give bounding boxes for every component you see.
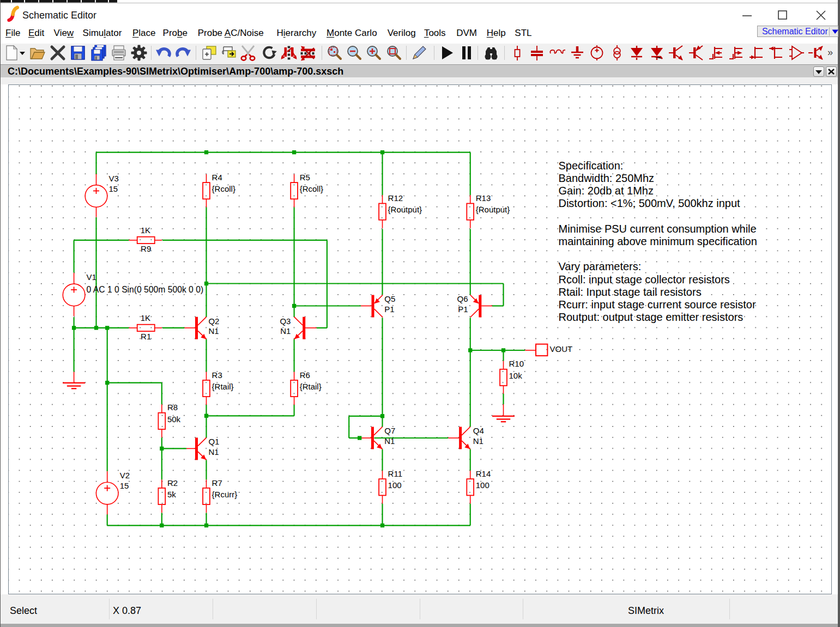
svg-text:R4: R4 <box>212 173 222 182</box>
svg-text:Bandwidth: 250Mhz: Bandwidth: 250Mhz <box>558 172 654 184</box>
svg-text:{Routput}: {Routput} <box>476 205 510 215</box>
svg-text:Gain: 20db at 1Mhz: Gain: 20db at 1Mhz <box>558 185 653 197</box>
svg-text:R1: R1 <box>141 332 151 342</box>
svg-text:1K: 1K <box>141 314 150 323</box>
svg-text:Routput: output stage emitter: Routput: output stage emitter resistors <box>558 312 743 324</box>
svg-text:{Rcoll}: {Rcoll} <box>212 184 235 193</box>
svg-text:N1: N1 <box>208 326 219 336</box>
svg-text:R9: R9 <box>141 244 151 253</box>
svg-text:Q3: Q3 <box>280 316 291 326</box>
svg-text:V2: V2 <box>120 471 130 480</box>
svg-text:N1: N1 <box>384 436 395 446</box>
svg-text:R3: R3 <box>212 370 222 380</box>
svg-text:{Rtail}: {Rtail} <box>300 382 322 391</box>
svg-text:N1: N1 <box>280 326 291 336</box>
svg-text:N1: N1 <box>208 447 219 456</box>
svg-text:Q5: Q5 <box>384 295 395 304</box>
svg-text:R6: R6 <box>300 370 310 380</box>
svg-text:R14: R14 <box>476 469 491 478</box>
svg-text:100: 100 <box>388 480 402 490</box>
svg-text:R5: R5 <box>300 173 310 182</box>
svg-text:{Rtail}: {Rtail} <box>212 382 234 391</box>
svg-text:100: 100 <box>476 480 490 490</box>
svg-text:R10: R10 <box>509 360 524 369</box>
svg-text:50k: 50k <box>167 415 181 424</box>
svg-text:R7: R7 <box>212 478 222 488</box>
svg-text:{Rcurr}: {Rcurr} <box>212 490 238 499</box>
svg-text:R13: R13 <box>476 194 491 203</box>
svg-text:Q6: Q6 <box>457 295 468 304</box>
svg-text:P1: P1 <box>384 305 394 314</box>
svg-text:15: 15 <box>109 184 118 193</box>
svg-text:Rcoll: input stage collector r: Rcoll: input stage collector resistors <box>558 273 729 285</box>
svg-text:10k: 10k <box>509 371 522 380</box>
svg-text:15: 15 <box>120 482 129 491</box>
svg-text:R8: R8 <box>167 403 178 412</box>
svg-text:{Rcoll}: {Rcoll} <box>300 184 323 193</box>
svg-text:Q4: Q4 <box>473 427 484 436</box>
svg-text:Distortion: <1%; 500mV, 500khz: Distortion: <1%; 500mV, 500khz input <box>558 198 740 210</box>
svg-text:{Routput}: {Routput} <box>388 205 422 215</box>
svg-text:R11: R11 <box>388 469 402 478</box>
svg-text:maintaining above minimum spec: maintaining above minimum specification <box>558 235 757 247</box>
svg-text:P1: P1 <box>458 305 468 314</box>
svg-text:Rcurr: input stage current sou: Rcurr: input stage current source resist… <box>558 299 756 311</box>
svg-text:Rtail: Input stage tail resist: Rtail: Input stage tail resistors <box>558 286 701 298</box>
svg-text:R12: R12 <box>388 194 403 203</box>
svg-text:Minimise PSU current consumpti: Minimise PSU current consumption while <box>558 223 756 235</box>
svg-text:1K: 1K <box>141 226 150 235</box>
svg-text:0 AC 1 0 Sin(0 500m 500k 0 0): 0 AC 1 0 Sin(0 500m 500k 0 0) <box>87 285 204 294</box>
svg-text:Q1: Q1 <box>208 437 219 447</box>
svg-text:Vary parameters:: Vary parameters: <box>558 261 641 273</box>
svg-text:Q2: Q2 <box>208 316 219 326</box>
svg-text:N1: N1 <box>473 436 484 446</box>
svg-text:R2: R2 <box>167 478 178 488</box>
svg-text:V3: V3 <box>109 174 119 183</box>
svg-text:Q7: Q7 <box>384 427 395 436</box>
svg-text:V1: V1 <box>87 273 96 282</box>
svg-text:5k: 5k <box>167 490 176 499</box>
svg-text:Specification:: Specification: <box>558 160 623 172</box>
svg-text:VOUT: VOUT <box>549 344 572 354</box>
